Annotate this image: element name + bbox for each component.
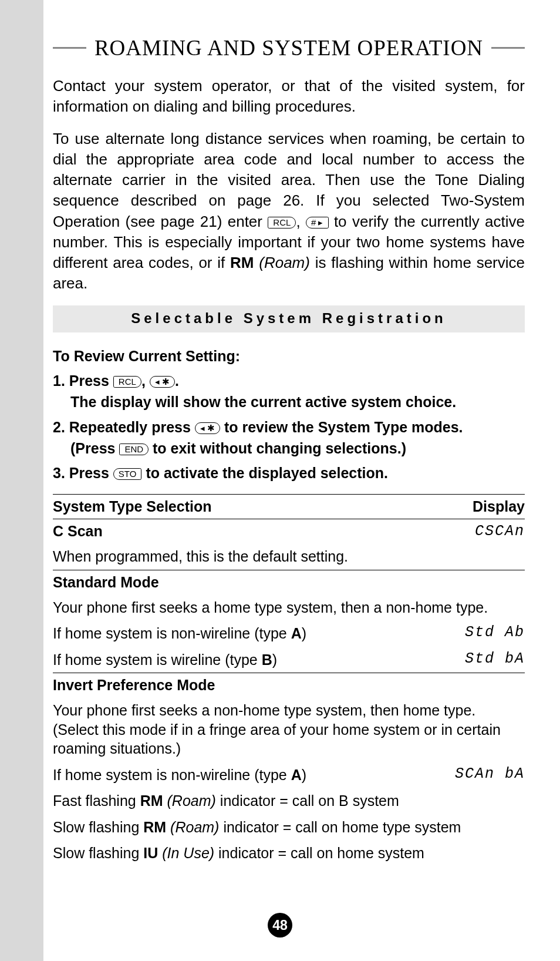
rule-left: [53, 47, 86, 49]
cscan-desc-row: When programmed, this is the default set…: [53, 543, 525, 570]
s1c: .: [175, 372, 179, 389]
cscan-desc: When programmed, this is the default set…: [53, 543, 525, 570]
rule-right: [491, 47, 525, 49]
margin-bar: [0, 0, 43, 961]
std-a-b: A: [291, 625, 302, 641]
std-a-c: ): [302, 625, 306, 641]
inv-fast-row: Fast flashing RM (Roam) indicator = call…: [53, 788, 525, 814]
std-a-display: Std Ab: [419, 620, 525, 647]
inv-slow2-a: Slow flashing: [53, 845, 143, 861]
std-b-display: Std bA: [419, 647, 525, 673]
std-name: Standard Mode: [53, 570, 525, 594]
s3a: 3. Press: [53, 465, 113, 481]
std-b-a: If home system is wireline (type: [53, 651, 262, 668]
page-title: ROAMING AND SYSTEM OPERATION: [86, 35, 491, 61]
inv-slow2-b: indicator = call on home system: [214, 845, 424, 861]
std-name-row: Standard Mode: [53, 570, 525, 594]
rcl-key-icon: RCL: [113, 376, 141, 388]
end-key-icon: END: [119, 443, 149, 455]
intro-para-1: Contact your system operator, or that of…: [53, 76, 525, 117]
s1b: ,: [141, 372, 150, 389]
inv-slow1-row: Slow flashing RM (Roam) indicator = call…: [53, 814, 525, 841]
inv-desc: Your phone first seeks a non-home type s…: [53, 697, 525, 762]
inv-inuse: (In Use): [162, 845, 214, 861]
s2a: 2. Repeatedly press: [53, 419, 195, 435]
s2b: to review the System Type modes.: [224, 419, 463, 435]
review-heading: To Review Current Setting:: [53, 345, 525, 367]
page-number-container: 48: [0, 913, 560, 938]
star-key-icon: ◂ ✱: [150, 376, 175, 388]
inv-iu: IU: [143, 845, 158, 861]
inv-slow1-a: Slow flashing: [53, 819, 143, 835]
std-a-text: If home system is non-wireline (type A): [53, 620, 419, 647]
s3b: to activate the displayed selection.: [146, 465, 388, 481]
std-a-row: If home system is non-wireline (type A) …: [53, 620, 525, 647]
inv-roam2: (Roam): [170, 819, 219, 835]
step-2: 2. Repeatedly press ◂ ✱ to review the Sy…: [53, 416, 525, 459]
std-a-a: If home system is non-wireline (type: [53, 625, 291, 641]
rm-label: RM: [230, 254, 254, 271]
inv-a-display: SCAn bA: [419, 762, 525, 788]
col-system-type: System Type Selection: [53, 495, 419, 519]
inv-rm2: RM: [143, 819, 166, 835]
inv-a-text: If home system is non-wireline (type A): [53, 762, 419, 788]
page-number: 48: [268, 913, 292, 938]
inv-slow2-row: Slow flashing IU (In Use) indicator = ca…: [53, 840, 525, 866]
cscan-display: CSCAn: [419, 519, 525, 544]
inv-a-c: ): [302, 767, 306, 783]
inv-slow1: Slow flashing RM (Roam) indicator = call…: [53, 814, 525, 841]
inv-a-a: If home system is non-wireline (type: [53, 767, 291, 783]
rcl-key-icon: RCL: [268, 217, 296, 229]
inv-fast-b: indicator = call on B system: [216, 792, 399, 809]
s2-suba: (Press: [70, 440, 119, 456]
inv-slow1-b: indicator = call on home type system: [219, 819, 461, 835]
std-desc: Your phone first seeks a home type syste…: [53, 594, 525, 621]
title-row: ROAMING AND SYSTEM OPERATION: [53, 35, 525, 61]
inv-desc-row: Your phone first seeks a non-home type s…: [53, 697, 525, 762]
inv-name-row: Invert Preference Mode: [53, 673, 525, 698]
inv-a-b: A: [291, 767, 302, 783]
step-3: 3. Press STO to activate the displayed s…: [53, 462, 525, 483]
std-b-b: B: [262, 651, 272, 668]
inv-a-row: If home system is non-wireline (type A) …: [53, 762, 525, 788]
cscan-row: C Scan CSCAn: [53, 519, 525, 544]
inv-roam1: (Roam): [167, 792, 216, 809]
inv-rm1: RM: [140, 792, 163, 809]
col-display: Display: [419, 495, 525, 519]
roam-label: (Roam): [259, 254, 310, 271]
s1-sub: The display will show the current active…: [70, 391, 525, 412]
inv-fast: Fast flashing RM (Roam) indicator = call…: [53, 788, 525, 814]
std-b-text: If home system is wireline (type B): [53, 647, 419, 673]
content-area: ROAMING AND SYSTEM OPERATION Contact you…: [53, 35, 525, 866]
intro-2b: ,: [296, 213, 306, 230]
section-band: Selectable System Registration: [53, 305, 525, 332]
s2-subb: to exit without changing selections.): [153, 440, 406, 456]
step-1: 1. Press RCL, ◂ ✱. The display will show…: [53, 370, 525, 413]
page: ROAMING AND SYSTEM OPERATION Contact you…: [0, 0, 560, 961]
s1a: 1. Press: [53, 372, 113, 389]
s2-sub: (Press END to exit without changing sele…: [70, 438, 525, 459]
system-type-table: System Type Selection Display C Scan CSC…: [53, 494, 525, 866]
cscan-name: C Scan: [53, 519, 419, 544]
intro-para-2: To use alternate long distance services …: [53, 129, 525, 294]
inv-slow2: Slow flashing IU (In Use) indicator = ca…: [53, 840, 525, 866]
sto-key-icon: STO: [113, 468, 142, 480]
std-b-c: ): [272, 651, 277, 668]
std-desc-row: Your phone first seeks a home type syste…: [53, 594, 525, 621]
inv-fast-a: Fast flashing: [53, 792, 140, 809]
star-key-icon: ◂ ✱: [195, 422, 220, 434]
hash-key-icon: # ▸: [306, 217, 329, 229]
inv-name: Invert Preference Mode: [53, 673, 525, 698]
std-b-row: If home system is wireline (type B) Std …: [53, 647, 525, 673]
table-header-row: System Type Selection Display: [53, 495, 525, 519]
